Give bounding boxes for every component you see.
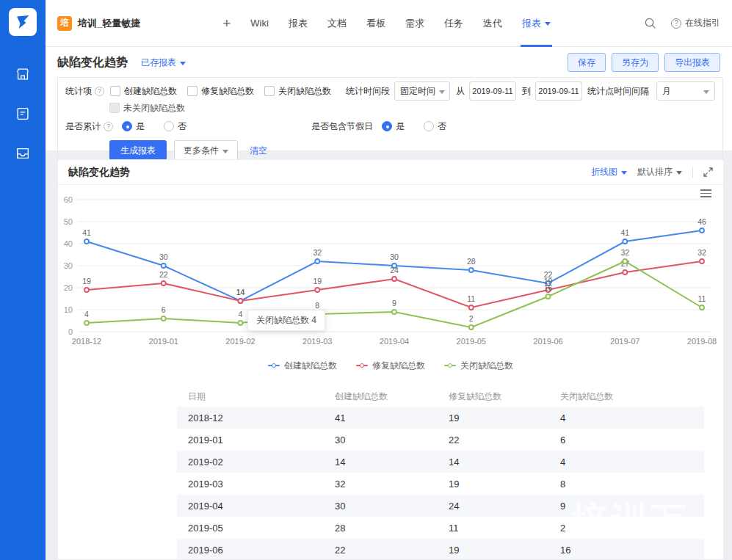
filter-panel: 统计项 ? 创建缺陷总数修复缺陷总数关闭缺陷总数 统计时间段 固定时间 从 20… (57, 77, 723, 167)
svg-text:22: 22 (159, 270, 168, 279)
workspace-badge[interactable]: 培 (57, 16, 72, 31)
nav-item-label: 迭代 (483, 17, 502, 30)
holiday-no-radio[interactable]: 否 (424, 120, 446, 133)
expand-icon[interactable] (703, 167, 713, 177)
radio-selected-icon[interactable] (122, 121, 132, 131)
sidebar-item-workbench[interactable] (14, 65, 32, 83)
search-icon[interactable] (644, 17, 656, 29)
cumulative-yes-radio[interactable]: 是 (122, 120, 145, 133)
radio-icon[interactable] (164, 121, 174, 131)
saved-reports-dropdown[interactable]: 已存报表 (141, 57, 186, 69)
checkbox-icon[interactable] (187, 86, 198, 96)
chevron-down-icon (439, 90, 445, 97)
save-as-button[interactable]: 另存为 (612, 53, 659, 72)
to-date-input[interactable]: 2019-09-11 (535, 81, 582, 101)
nav-item-3[interactable]: 文档 (327, 0, 347, 47)
sort-select[interactable]: 默认排序 (637, 166, 682, 178)
nav-item-label: 任务 (444, 17, 463, 30)
to-label: 到 (522, 85, 531, 98)
svg-text:19: 19 (82, 277, 91, 286)
save-button[interactable]: 保存 (568, 53, 606, 72)
chart-legend: 创建缺陷总数修复缺陷总数关闭缺陷总数 (58, 358, 723, 373)
chart-card-header: 缺陷变化趋势 折线图 默认排序 (58, 160, 723, 185)
legend-item-1[interactable]: 修复缺陷总数 (356, 360, 425, 372)
cumulative-no-radio[interactable]: 否 (164, 120, 186, 133)
info-icon[interactable]: ? (95, 87, 104, 96)
checkbox-icon[interactable] (264, 86, 275, 96)
sidebar-icon-list (14, 65, 32, 162)
chart-type-select[interactable]: 折线图 (591, 166, 627, 178)
table-row[interactable]: 2019-0214144 (177, 451, 704, 473)
nav-item-4[interactable]: 看板 (366, 0, 385, 47)
nav-item-1[interactable]: Wiki (250, 0, 269, 47)
svg-text:2019-06: 2019-06 (533, 337, 562, 346)
navbar-right: ? 在线指引 (644, 17, 720, 29)
checkbox-label: 修复缺陷总数 (201, 85, 254, 98)
online-guide-link[interactable]: ? 在线指引 (671, 17, 720, 29)
nav-item-0[interactable]: + (222, 0, 231, 47)
legend-item-2[interactable]: 关闭缺陷总数 (444, 360, 513, 372)
svg-text:10: 10 (64, 305, 73, 314)
generate-report-button[interactable]: 生成报表 (109, 140, 167, 161)
export-report-button[interactable]: 导出报表 (664, 53, 720, 72)
interval-select[interactable]: 月 (656, 81, 715, 101)
time-range-select[interactable]: 固定时间 (394, 81, 450, 101)
nav-menu: +Wiki报表文档看板需求任务迭代报表 (222, 0, 551, 47)
stat-option-1[interactable]: 修复缺陷总数 (187, 85, 254, 98)
cumulative-label-text: 是否累计 (65, 120, 101, 133)
svg-text:46: 46 (697, 217, 706, 226)
holiday-yes-radio[interactable]: 是 (382, 120, 405, 133)
table-row[interactable]: 2018-1241194 (177, 407, 704, 429)
legend-dot-icon (360, 363, 364, 368)
table-cell: 19 (438, 412, 549, 423)
checkbox-icon[interactable] (109, 103, 120, 113)
svg-text:30: 30 (64, 261, 73, 270)
svg-text:50: 50 (64, 217, 73, 226)
nav-item-label: 需求 (405, 17, 424, 30)
radio-selected-icon[interactable] (382, 121, 392, 131)
workspace-name[interactable]: 培训_轻量敏捷 (78, 17, 140, 30)
cumulative-label: 是否累计 ? (65, 120, 113, 133)
nav-item-7[interactable]: 迭代 (483, 0, 502, 47)
app-logo[interactable] (9, 8, 37, 36)
report-header-section: 缺陷变化趋势 已存报表 保存 另存为 导出报表 统计项 ? 创建缺陷总数修复缺陷… (46, 47, 732, 150)
svg-text:4: 4 (84, 310, 89, 319)
interval-value: 月 (662, 85, 671, 98)
svg-text:28: 28 (467, 257, 476, 266)
clear-button[interactable]: 清空 (250, 145, 267, 157)
svg-text:2: 2 (469, 314, 474, 323)
info-icon[interactable]: ? (104, 122, 113, 131)
stat-item-label-text: 统计项 (65, 85, 92, 98)
table-cell: 22 (324, 545, 438, 556)
from-date-input[interactable]: 2019-09-11 (469, 81, 516, 101)
chevron-down-icon (180, 62, 186, 68)
sidebar-item-report[interactable] (14, 105, 32, 123)
svg-text:2019-07: 2019-07 (610, 337, 639, 346)
more-conditions-button[interactable]: 更多条件 (174, 140, 238, 161)
chart-menu-icon[interactable] (700, 189, 711, 197)
table-row[interactable]: 2019-0430249 (177, 495, 704, 517)
vertical-divider (692, 167, 693, 178)
nav-item-5[interactable]: 需求 (405, 0, 424, 47)
nav-item-6[interactable]: 任务 (444, 0, 463, 47)
nav-item-label: 报表 (522, 17, 541, 30)
nav-item-8[interactable]: 报表 (522, 0, 551, 47)
svg-text:0: 0 (68, 327, 73, 336)
table-row[interactable]: 2019-0528112 (177, 517, 704, 539)
chart-area: 01020304050602018-122019-012019-022019-0… (58, 185, 723, 357)
checkbox-icon[interactable] (110, 86, 120, 96)
radio-icon[interactable] (424, 121, 434, 131)
trend-line-chart[interactable]: 01020304050602018-122019-012019-022019-0… (58, 186, 723, 355)
legend-label: 创建缺陷总数 (284, 360, 337, 372)
table-cell: 19 (438, 545, 549, 556)
stat-option-0[interactable]: 创建缺陷总数 (110, 85, 177, 98)
legend-item-0[interactable]: 创建缺陷总数 (268, 360, 337, 372)
table-row[interactable]: 2019-06221916 (177, 539, 704, 560)
stat-option-unclosed[interactable]: 未关闭缺陷总数 (109, 102, 185, 114)
svg-text:11: 11 (698, 294, 706, 303)
table-row[interactable]: 2019-0130226 (177, 429, 704, 451)
nav-item-2[interactable]: 报表 (289, 0, 308, 47)
stat-option-2[interactable]: 关闭缺陷总数 (264, 85, 331, 98)
table-row[interactable]: 2019-0332198 (177, 473, 704, 495)
sidebar-item-inbox[interactable] (14, 145, 32, 162)
